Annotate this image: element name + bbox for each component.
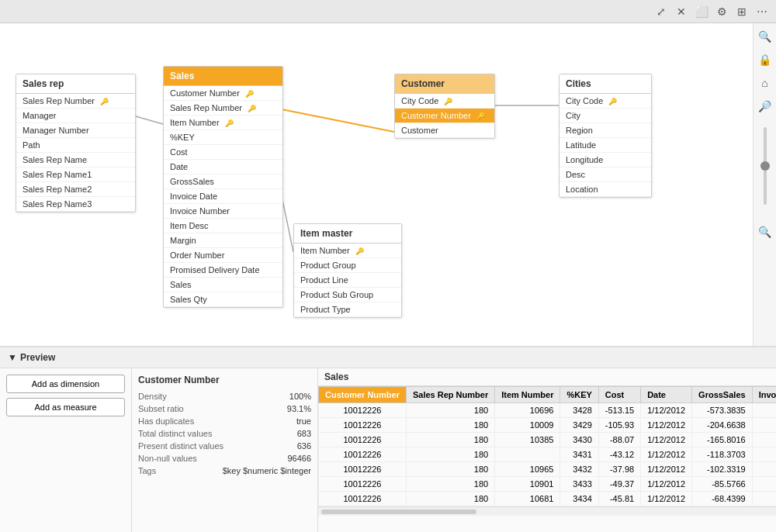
canvas-area[interactable]: Sales rep Sales Rep Number 🔑 Manager Man… bbox=[0, 23, 753, 346]
search-icon[interactable]: 🔍 bbox=[757, 28, 774, 45]
col-cost[interactable]: Cost bbox=[598, 387, 640, 403]
bottom-panel: ▼ Preview Add as dimension Add as measur… bbox=[0, 346, 776, 532]
row-sales-rep-name1[interactable]: Sales Rep Name1 bbox=[16, 168, 135, 182]
table-row: 10012226180106813434-45.811/12/2012-68.4… bbox=[319, 492, 777, 506]
row-pkey[interactable]: %KEY bbox=[164, 130, 282, 145]
table-cities: Cities City Code 🔑 City Region Latitude … bbox=[559, 74, 652, 198]
zoom-in-icon[interactable]: 🔎 bbox=[757, 98, 774, 115]
table-item-master: Item master Item Number 🔑 Product Group … bbox=[293, 223, 402, 318]
stats-has-duplicates: Has duplicates true bbox=[138, 415, 311, 427]
lock-icon[interactable]: 🔒 bbox=[757, 51, 774, 68]
row-sales-rep-number2[interactable]: Sales Rep Number 🔑 bbox=[164, 101, 282, 116]
more-icon[interactable]: ⋯ bbox=[754, 4, 770, 19]
stats-subset-ratio: Subset ratio 93.1% bbox=[138, 402, 311, 415]
table-customer: Customer City Code 🔑 Customer Number 🔑 C… bbox=[394, 74, 495, 139]
preview-table-area[interactable]: Sales Customer Number Sales Rep Number I… bbox=[318, 368, 776, 532]
add-measure-button[interactable]: Add as measure bbox=[6, 398, 125, 416]
row-item-desc[interactable]: Item Desc bbox=[164, 219, 282, 233]
add-dimension-button[interactable]: Add as dimension bbox=[6, 375, 125, 393]
row-city-code2[interactable]: City Code 🔑 bbox=[559, 94, 651, 109]
stats-non-null: Non-null values 96466 bbox=[138, 452, 311, 465]
row-customer-number2[interactable]: Customer Number 🔑 bbox=[395, 109, 494, 123]
row-item-number2[interactable]: Item Number 🔑 bbox=[294, 244, 401, 258]
stats-density: Density 100% bbox=[138, 390, 311, 402]
main-area: Sales rep Sales Rep Number 🔑 Manager Man… bbox=[0, 23, 776, 346]
scroll-bar-container[interactable] bbox=[318, 506, 776, 516]
table-sales-header: Sales bbox=[164, 67, 282, 86]
grid-icon[interactable]: ⊞ bbox=[734, 4, 750, 19]
expand-icon[interactable]: ⤢ bbox=[653, 4, 669, 19]
preview-chevron: ▼ bbox=[8, 352, 17, 363]
row-sales-rep-name[interactable]: Sales Rep Name bbox=[16, 153, 135, 168]
preview-content: Add as dimension Add as measure Customer… bbox=[0, 368, 776, 532]
row-grosssales[interactable]: GrossSales bbox=[164, 174, 282, 189]
row-order-number[interactable]: Order Number bbox=[164, 248, 282, 263]
row-customer-number[interactable]: Customer Number 🔑 bbox=[164, 86, 282, 101]
row-product-sub-group[interactable]: Product Sub Group bbox=[294, 288, 401, 302]
table-customer-header: Customer bbox=[395, 74, 494, 94]
row-manager-number[interactable]: Manager Number bbox=[16, 123, 135, 138]
close-icon[interactable]: ✕ bbox=[674, 4, 689, 19]
stats-tags: Tags $key $numeric $integer bbox=[138, 465, 311, 477]
table-row: 100122261803431-43.121/12/2012-118.37031… bbox=[319, 447, 777, 462]
table-sales-rep-header: Sales rep bbox=[16, 74, 135, 94]
dots-icon[interactable]: ⚙ bbox=[714, 4, 729, 19]
scroll-bar bbox=[321, 510, 476, 514]
row-sales-rep-name3[interactable]: Sales Rep Name3 bbox=[16, 197, 135, 212]
row-invoice-number[interactable]: Invoice Number bbox=[164, 204, 282, 219]
row-desc[interactable]: Desc bbox=[559, 168, 651, 182]
col-grosssales[interactable]: GrossSales bbox=[692, 387, 753, 403]
col-customer-number[interactable]: Customer Number bbox=[319, 387, 407, 403]
zoom-thumb bbox=[760, 161, 770, 171]
table-row: 10012226180100093429-105.931/12/2012-204… bbox=[319, 418, 777, 433]
col-invoice-date[interactable]: Invoice Date bbox=[752, 387, 776, 403]
zoom-slider[interactable] bbox=[764, 124, 767, 217]
row-sales-qty[interactable]: Sales Qty bbox=[164, 292, 282, 307]
row-region[interactable]: Region bbox=[559, 123, 651, 138]
stats-present-distinct: Present distinct values 636 bbox=[138, 440, 311, 452]
row-path[interactable]: Path bbox=[16, 138, 135, 153]
toolbar: ⤢ ✕ ⬜ ⚙ ⊞ ⋯ bbox=[0, 0, 776, 23]
row-margin[interactable]: Margin bbox=[164, 233, 282, 248]
row-latitude[interactable]: Latitude bbox=[559, 138, 651, 153]
row-city[interactable]: City bbox=[559, 109, 651, 123]
preview-left: Add as dimension Add as measure bbox=[0, 368, 132, 532]
right-sidebar: 🔍 🔒 ⌂ 🔎 🔍 bbox=[753, 23, 776, 346]
home-icon[interactable]: ⌂ bbox=[757, 74, 774, 92]
preview-title: Preview bbox=[20, 352, 55, 363]
row-manager[interactable]: Manager bbox=[16, 109, 135, 123]
zoom-track bbox=[764, 127, 767, 205]
row-product-line[interactable]: Product Line bbox=[294, 273, 401, 288]
row-customer[interactable]: Customer bbox=[395, 123, 494, 138]
row-item-number[interactable]: Item Number 🔑 bbox=[164, 116, 282, 130]
stats-total-distinct: Total distinct values 683 bbox=[138, 427, 311, 440]
row-location[interactable]: Location bbox=[559, 182, 651, 197]
preview-header[interactable]: ▼ Preview bbox=[0, 347, 776, 368]
row-city-code[interactable]: City Code 🔑 bbox=[395, 94, 494, 109]
table-cities-header: Cities bbox=[559, 74, 651, 94]
row-product-group[interactable]: Product Group bbox=[294, 258, 401, 273]
svg-line-2 bbox=[270, 107, 394, 132]
table-row: 10012226180109653432-37.981/12/2012-102.… bbox=[319, 462, 777, 477]
row-promised-delivery-date[interactable]: Promised Delivery Date bbox=[164, 263, 282, 278]
col-date[interactable]: Date bbox=[641, 387, 692, 403]
row-cost[interactable]: Cost bbox=[164, 145, 282, 160]
zoom-out-icon[interactable]: 🔍 bbox=[757, 223, 774, 240]
row-sales-rep-name2[interactable]: Sales Rep Name2 bbox=[16, 182, 135, 197]
col-pkey[interactable]: %KEY bbox=[560, 387, 598, 403]
row-sales-rep-number[interactable]: Sales Rep Number 🔑 bbox=[16, 94, 135, 109]
preview-table-title: Sales bbox=[318, 368, 776, 386]
row-date[interactable]: Date bbox=[164, 160, 282, 174]
table-item-master-header: Item master bbox=[294, 224, 401, 244]
row-sales[interactable]: Sales bbox=[164, 278, 282, 292]
col-item-number[interactable]: Item Number bbox=[495, 387, 560, 403]
table-row: 10012226180109013433-49.371/12/2012-85.5… bbox=[319, 477, 777, 492]
row-longitude[interactable]: Longitude bbox=[559, 153, 651, 168]
minimize-icon[interactable]: ⬜ bbox=[694, 4, 709, 19]
col-sales-rep-number[interactable]: Sales Rep Number bbox=[406, 387, 494, 403]
preview-stats: Customer Number Density 100% Subset rati… bbox=[132, 368, 318, 532]
table-sales-rep: Sales rep Sales Rep Number 🔑 Manager Man… bbox=[16, 74, 136, 212]
stats-field-title: Customer Number bbox=[138, 375, 311, 385]
row-product-type[interactable]: Product Type bbox=[294, 302, 401, 317]
row-invoice-date[interactable]: Invoice Date bbox=[164, 189, 282, 204]
